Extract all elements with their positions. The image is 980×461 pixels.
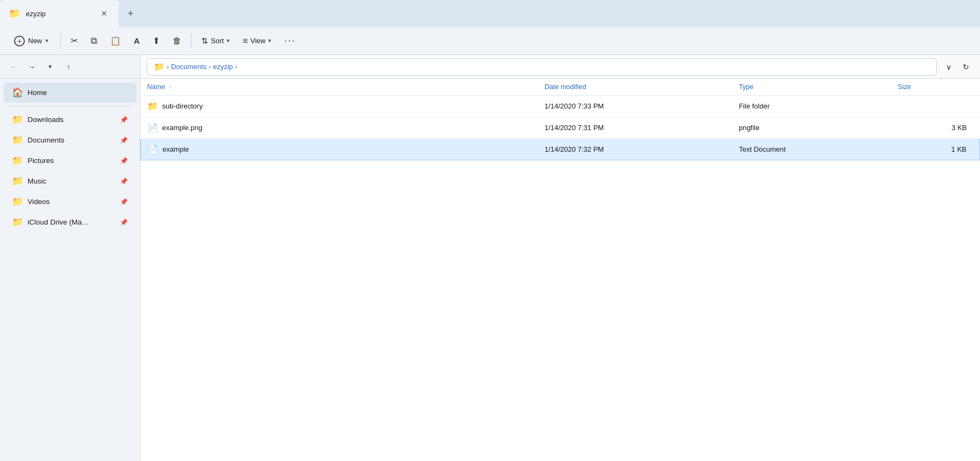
folder-icon: 📁 [147,101,158,111]
col-header-date[interactable]: Date modified [538,79,732,96]
more-options-button[interactable]: ··· [279,32,301,50]
sidebar-icloud-label: iCloud Drive (Ma… [28,218,115,226]
table-row[interactable]: 📁 sub-directory 1/14/2020 7:33 PM File f… [141,96,980,117]
cut-button[interactable]: ✂ [65,32,83,49]
share-icon: ⬆ [153,36,160,46]
path-dropdown-button[interactable]: ∨ [941,59,956,74]
sort-button[interactable]: ⇅ Sort ▾ [196,33,235,49]
videos-folder-icon: 📁 [12,196,23,207]
cut-icon: ✂ [71,36,78,46]
file-name: example.png [162,124,202,132]
file-size [891,96,980,117]
sidebar-item-downloads[interactable]: 📁 Downloads 📌 [3,110,137,130]
sidebar-pin-videos[interactable]: 📌 [120,198,128,206]
path-ezyzip[interactable]: ezyzip [213,63,233,71]
sidebar-pin-downloads[interactable]: 📌 [120,116,128,124]
sidebar-content: 🏠 Home 📁 Downloads 📌 📁 Documents 📌 📁 Pic… [0,79,140,461]
file-date: 1/14/2020 7:32 PM [538,139,732,160]
path-separator-1: › [167,63,169,71]
address-folder-icon: 📁 [154,62,165,72]
sort-indicator-name: ↑ [169,84,172,90]
sidebar-divider-1 [9,106,131,106]
forward-button[interactable]: → [24,59,40,75]
file-name: sub-directory [162,102,203,110]
col-header-name[interactable]: Name ↑ [141,79,539,96]
toolbar: + New ▾ ✂ ⧉ 📋 A ⬆ 🗑 ⇅ Sort ▾ ≡ View ▾ ··… [0,27,980,55]
sidebar-item-videos[interactable]: 📁 Videos 📌 [3,192,137,212]
file-date: 1/14/2020 7:31 PM [538,117,732,139]
address-actions: ∨ ↻ [941,59,974,74]
table-row[interactable]: 📄 example.png 1/14/2020 7:31 PM pngfile … [141,117,980,139]
sidebar-item-icloud[interactable]: 📁 iCloud Drive (Ma… 📌 [3,212,137,232]
sidebar-downloads-label: Downloads [28,116,115,124]
refresh-button[interactable]: ↻ [958,59,974,74]
sidebar-item-pictures[interactable]: 📁 Pictures 📌 [3,151,137,171]
view-label: View [250,37,266,45]
sidebar: ← → ▾ ↑ 🏠 Home 📁 Downloads 📌 [0,55,140,461]
tab-title: ezyzip [26,10,46,18]
main-area: ← → ▾ ↑ 🏠 Home 📁 Downloads 📌 [0,55,980,461]
active-tab[interactable]: 📁 ezyzip ✕ [0,0,119,27]
file-type: Text Document [732,139,891,160]
copy-button[interactable]: ⧉ [85,32,103,50]
copy-icon: ⧉ [91,36,97,46]
file-table: Name ↑ Date modified Type Size [140,79,980,160]
path-documents[interactable]: Documents [171,63,207,71]
sort-chevron-icon: ▾ [227,37,230,44]
sidebar-music-label: Music [28,177,115,185]
new-tab-button[interactable]: + [121,4,140,23]
back-icon: ← [10,63,17,71]
col-header-type[interactable]: Type [732,79,891,96]
file-size: 1 KB [891,139,980,160]
sort-label: Sort [211,37,224,45]
home-icon: 🏠 [12,87,23,98]
rename-button[interactable]: A [128,33,145,49]
sidebar-documents-label: Documents [28,136,115,144]
sidebar-item-home[interactable]: 🏠 Home [3,83,137,103]
share-button[interactable]: ⬆ [147,32,165,49]
sidebar-item-documents[interactable]: 📁 Documents 📌 [3,130,137,150]
nav-bar: ← → ▾ ↑ [0,55,140,79]
sidebar-pin-music[interactable]: 📌 [120,178,128,185]
path-separator-2: › [209,63,211,71]
path-separator-3: › [235,63,237,71]
rename-icon: A [134,36,140,45]
delete-icon: 🗑 [173,36,181,46]
file-name-cell: 📄 example [141,139,539,160]
view-chevron-icon: ▾ [268,37,271,44]
file-name: example [162,145,189,153]
toolbar-divider-2 [191,33,192,49]
icloud-folder-icon: 📁 [12,216,23,228]
col-header-size[interactable]: Size [891,79,980,96]
history-dropdown-button[interactable]: ▾ [42,59,58,75]
title-bar: 📁 ezyzip ✕ + [0,0,980,27]
file-list: Name ↑ Date modified Type Size [140,79,980,461]
tab-folder-icon: 📁 [9,8,21,19]
paste-button[interactable]: 📋 [105,32,126,49]
view-icon: ≡ [243,36,248,46]
path-dropdown-icon: ∨ [946,63,951,71]
documents-folder-icon: 📁 [12,134,23,146]
up-button[interactable]: ↑ [60,59,77,75]
pictures-folder-icon: 📁 [12,155,23,166]
sidebar-pictures-label: Pictures [28,157,115,165]
history-dropdown-icon: ▾ [49,63,52,70]
downloads-folder-icon: 📁 [12,114,23,125]
new-button[interactable]: + New ▾ [6,32,56,50]
sidebar-pin-documents[interactable]: 📌 [120,137,128,144]
new-button-label: New [28,37,42,45]
paste-icon: 📋 [110,36,121,46]
address-path[interactable]: 📁 › Documents › ezyzip › [147,58,937,76]
delete-button[interactable]: 🗑 [167,33,187,49]
view-button[interactable]: ≡ View ▾ [237,33,277,49]
sidebar-pin-icloud[interactable]: 📌 [120,219,128,226]
file-name-cell: 📄 example.png [141,117,539,139]
table-row[interactable]: 📄 example 1/14/2020 7:32 PM Text Documen… [141,139,980,160]
sidebar-pin-pictures[interactable]: 📌 [120,157,128,165]
forward-icon: → [28,63,36,71]
tab-close-button[interactable]: ✕ [98,8,110,19]
sidebar-home-label: Home [28,89,128,97]
sidebar-item-music[interactable]: 📁 Music 📌 [3,171,137,191]
back-button[interactable]: ← [5,59,22,75]
file-icon: 📄 [147,144,158,154]
